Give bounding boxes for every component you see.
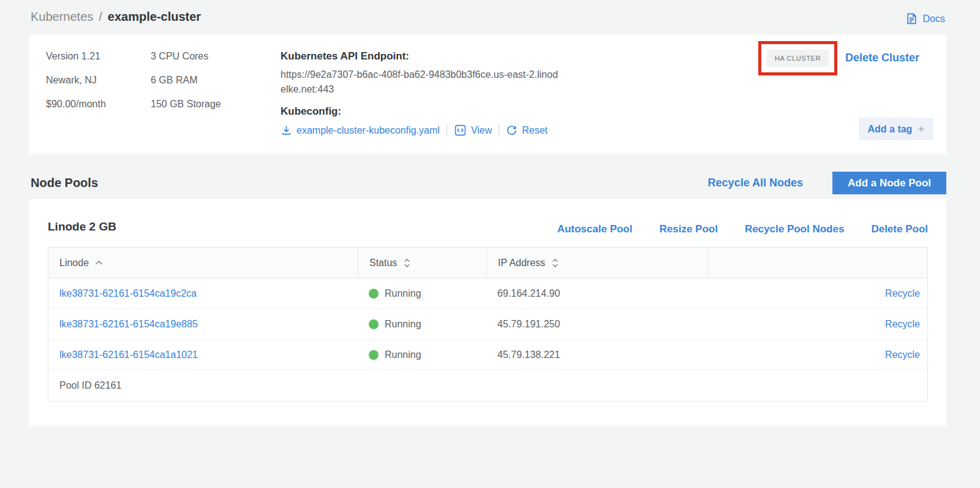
status-running-dot	[369, 350, 379, 360]
cluster-region: Newark, NJ	[46, 75, 106, 86]
column-header-status[interactable]: Status	[358, 248, 486, 278]
api-endpoint-block: Kubernetes API Endpoint: https://9e2a730…	[281, 50, 568, 97]
recycle-all-nodes-button[interactable]: Recycle All Nodes	[708, 177, 803, 189]
column-label-status: Status	[369, 257, 397, 269]
cluster-price: $90.00/month	[46, 99, 106, 110]
table-row: lke38731-62161-6154ca1a1021 Running 45.7…	[48, 340, 927, 370]
kubeconfig-file-link[interactable]: example-cluster-kubeconfig.yaml	[296, 125, 440, 136]
add-tag-label: Add a tag	[868, 124, 913, 135]
kubeconfig-view-button[interactable]: View	[454, 124, 492, 137]
status-running-dot	[369, 319, 379, 329]
recycle-node-button[interactable]: Recycle	[885, 349, 920, 360]
pool-id-footer: Pool ID 62161	[48, 370, 927, 401]
add-node-pool-button[interactable]: Add a Node Pool	[832, 172, 946, 194]
cluster-storage: 150 GB Storage	[151, 99, 221, 110]
chevron-up-down-icon	[551, 257, 560, 269]
chevron-up-down-icon	[402, 257, 412, 269]
api-endpoint-url: https://9e2a7307-b6ac-408f-ba62-9483b0b3…	[281, 67, 559, 97]
cluster-summary-card: Version 1.21 Newark, NJ $90.00/month 3 C…	[29, 35, 946, 154]
kubeconfig-reset-button[interactable]: Reset	[506, 124, 548, 136]
node-link[interactable]: lke38731-62161-6154ca19e885	[59, 319, 198, 330]
kubeconfig-download-button[interactable]: example-cluster-kubeconfig.yaml	[281, 124, 440, 136]
cluster-cpu: 3 CPU Cores	[151, 51, 221, 62]
breadcrumb: Kubernetes / example-cluster	[31, 10, 201, 24]
add-tag-button[interactable]: Add a tag +	[859, 118, 933, 140]
nodes-table-header: Linode Status IP Address	[48, 248, 927, 278]
view-label: View	[471, 125, 492, 136]
autoscale-pool-button[interactable]: Autoscale Pool	[557, 223, 633, 235]
docs-icon	[905, 12, 918, 25]
cluster-specs-column-1: Version 1.21 Newark, NJ $90.00/month	[46, 51, 106, 110]
node-ip-address: 69.164.214.90	[497, 288, 560, 299]
node-link[interactable]: lke38731-62161-6154ca1a1021	[59, 349, 198, 360]
status-text: Running	[385, 319, 421, 330]
breadcrumb-separator: /	[99, 10, 102, 24]
kubeconfig-label: Kubeconfig:	[281, 105, 548, 118]
recycle-node-button[interactable]: Recycle	[885, 288, 920, 299]
node-ip-address: 45.79.191.250	[497, 319, 560, 330]
ha-cluster-highlight-annotation: HA CLUSTER	[758, 41, 837, 75]
chevron-up-icon	[94, 259, 104, 266]
node-ip-address: 45.79.138.221	[497, 349, 560, 360]
cluster-specs-column-2: 3 CPU Cores 6 GB RAM 150 GB Storage	[151, 51, 221, 110]
cluster-version: Version 1.21	[46, 51, 106, 62]
breadcrumb-current-cluster: example-cluster	[108, 10, 201, 24]
table-row: lke38731-62161-6154ca19c2ca Running 69.1…	[48, 278, 927, 309]
cluster-ram: 6 GB RAM	[151, 75, 221, 86]
node-pools-title: Node Pools	[31, 176, 98, 190]
reset-label: Reset	[522, 125, 548, 136]
status-text: Running	[385, 349, 421, 360]
column-header-actions	[708, 248, 927, 278]
download-icon	[281, 124, 292, 136]
node-pools-header: Node Pools Recycle All Nodes Add a Node …	[29, 172, 946, 194]
column-header-linode[interactable]: Linode	[48, 248, 358, 278]
divider	[447, 124, 447, 137]
delete-cluster-button[interactable]: Delete Cluster	[845, 51, 919, 64]
node-pool-card: Linode 2 GB Autoscale Pool Resize Pool R…	[29, 199, 946, 426]
divider	[499, 124, 499, 137]
nodes-table: Linode Status IP Address	[48, 247, 928, 402]
table-row: lke38731-62161-6154ca19e885 Running 45.7…	[48, 309, 927, 340]
pool-actions: Autoscale Pool Resize Pool Recycle Pool …	[557, 223, 928, 235]
api-endpoint-label: Kubernetes API Endpoint:	[281, 50, 568, 63]
docs-label: Docs	[923, 13, 945, 25]
column-label-linode: Linode	[59, 257, 89, 269]
column-header-ip-address[interactable]: IP Address	[486, 248, 708, 278]
delete-pool-button[interactable]: Delete Pool	[871, 223, 928, 235]
ha-cluster-badge: HA CLUSTER	[767, 50, 829, 67]
docs-link[interactable]: Docs	[905, 12, 945, 25]
status-running-dot	[369, 289, 379, 299]
breadcrumb-section[interactable]: Kubernetes	[31, 10, 93, 24]
plus-icon: +	[918, 123, 924, 135]
kubeconfig-block: Kubeconfig: example-cluster-kubeconfig.y…	[281, 105, 548, 137]
recycle-node-button[interactable]: Recycle	[885, 319, 920, 330]
recycle-pool-nodes-button[interactable]: Recycle Pool Nodes	[745, 223, 845, 235]
refresh-icon	[506, 124, 518, 136]
code-icon	[454, 124, 467, 137]
pool-name: Linode 2 GB	[48, 220, 116, 234]
resize-pool-button[interactable]: Resize Pool	[659, 223, 717, 235]
node-link[interactable]: lke38731-62161-6154ca19c2ca	[59, 288, 197, 299]
column-label-ip-address: IP Address	[498, 257, 545, 269]
status-text: Running	[385, 288, 421, 299]
